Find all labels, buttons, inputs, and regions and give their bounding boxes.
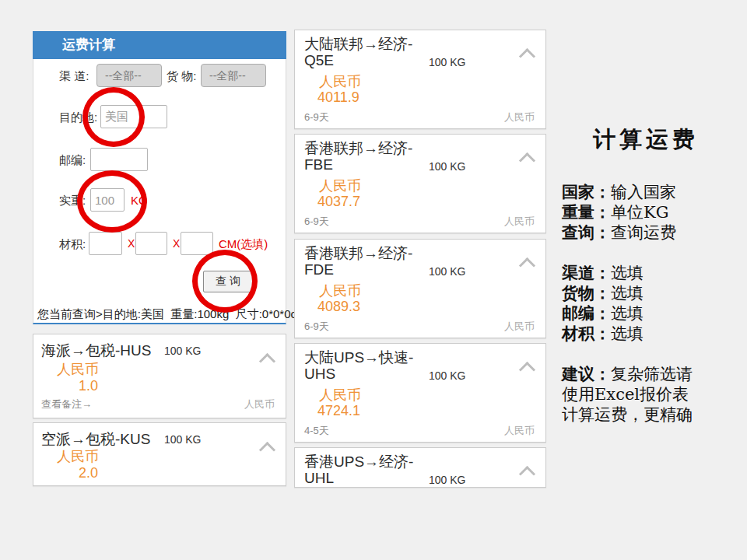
optional-instructions: 渠道：选填 货物：选填 邮编：选填 材积：选填: [562, 263, 730, 344]
volume-length-input[interactable]: [89, 232, 122, 255]
annotation-circle-destination: [82, 87, 145, 147]
delivery-time: 6-9天: [304, 320, 329, 334]
instruction-line: 使用Excel报价表: [562, 384, 730, 404]
instruction-line: 邮编：选填: [562, 303, 730, 324]
instruction-text: 选填: [611, 284, 644, 303]
result-card[interactable]: 香港联邦→经济- FBE 100 KG 人民币 4037.7 6-9天 人民币: [294, 134, 546, 233]
query-status-bar: 您当前查询>目的地:美国 重量:100kg 尺寸:0*0*0cm: [33, 303, 286, 324]
chevron-up-icon[interactable]: [259, 442, 275, 458]
price-value: 2.0: [79, 465, 98, 481]
price-value: 4011.9: [317, 89, 359, 106]
channel-select[interactable]: --全部--: [96, 64, 162, 87]
instruction-line: 国家：输入国家: [562, 182, 730, 202]
instruction-label: 邮编：: [562, 303, 611, 323]
result-card[interactable]: 空派→包税-KUS 100 KG 人民币 2.0: [33, 422, 286, 486]
chevron-up-icon[interactable]: [259, 353, 275, 369]
price-value: 4037.7: [317, 194, 360, 210]
zip-input[interactable]: [90, 148, 148, 171]
volume-label: 材积:: [59, 237, 86, 252]
currency-footer: 人民币: [504, 110, 535, 124]
instruction-label: 国家：: [562, 182, 611, 201]
goods-select[interactable]: --全部--: [201, 64, 266, 87]
delivery-time: 4-5天: [304, 424, 329, 438]
currency-label: 人民币: [319, 177, 361, 195]
chevron-up-icon[interactable]: [519, 152, 535, 169]
instruction-text: 复杂筛选请: [611, 365, 693, 383]
currency-label: 人民币: [319, 282, 361, 300]
annotation-circle-query: [192, 250, 258, 313]
suggestion-block: 建议：复杂筛选请 使用Excel报价表 计算运费，更精确: [562, 364, 730, 425]
chevron-up-icon[interactable]: [519, 257, 535, 274]
route-title-line2: FDE: [304, 261, 334, 278]
price-value: 4089.3: [317, 299, 360, 315]
form-panel-title: 运费计算: [33, 31, 286, 59]
multiply-sign: X: [173, 237, 180, 250]
currency-label: 人民币: [319, 386, 361, 404]
price-value: 1.0: [79, 378, 98, 394]
instruction-line: 建议：复杂筛选请: [562, 364, 730, 384]
price-value: 4724.1: [317, 403, 360, 419]
view-notes-link[interactable]: 查看备注→: [41, 397, 92, 411]
instruction-line: 渠道：选填: [562, 263, 730, 283]
weight-value: 100 KG: [429, 160, 465, 173]
instruction-label: 重量：: [562, 202, 611, 222]
multiply-sign: X: [128, 237, 135, 250]
instruction-line: 计算运费，更精确: [562, 404, 730, 425]
instruction-label: 渠道：: [562, 263, 611, 282]
instruction-text: 输入国家: [611, 183, 676, 201]
weight-value: 100 KG: [429, 56, 465, 68]
result-card[interactable]: 大陆UPS→快速- UHS 100 KG 人民币 4724.1 4-5天 人民币: [294, 343, 546, 443]
instruction-text: 使用Excel报价表: [562, 385, 689, 404]
currency-footer: 人民币: [244, 397, 275, 411]
currency-footer: 人民币: [504, 320, 535, 334]
delivery-time: 6-9天: [304, 110, 329, 124]
chevron-up-icon[interactable]: [519, 48, 535, 65]
instructions-title: 计算运费: [562, 124, 730, 156]
instructions-panel: 计算运费 国家：输入国家 重量：单位KG 查询：查询运费 渠道：选填 货物：选填…: [562, 124, 730, 445]
result-card[interactable]: 大陆联邦→经济- Q5E 100 KG 人民币 4011.9 6-9天 人民币: [294, 30, 546, 129]
instruction-line: 重量：单位KG: [562, 202, 730, 222]
chevron-up-icon[interactable]: [519, 466, 535, 482]
volume-height-input[interactable]: [181, 232, 213, 255]
instruction-text: 查询运费: [611, 223, 676, 242]
usage-instructions: 国家：输入国家 重量：单位KG 查询：查询运费: [562, 182, 730, 243]
route-title-line2: Q5E: [304, 52, 334, 69]
annotation-circle-weight: [77, 170, 147, 233]
weight-value: 100 KG: [164, 345, 201, 357]
freight-calculator-screen: 运费计算 渠 道: --全部-- 货 物: --全部-- 目的地: 邮编: 实重…: [0, 0, 747, 560]
instruction-text: 单位KG: [611, 203, 668, 222]
weight-value: 100 KG: [429, 265, 465, 278]
instruction-line: 货物：选填: [562, 283, 730, 303]
route-title-line2: UHL: [304, 470, 334, 487]
currency-label: 人民币: [57, 447, 99, 466]
weight-value: 100 KG: [164, 433, 201, 446]
route-title-line2: UHS: [304, 366, 335, 383]
weight-value: 100 KG: [429, 369, 465, 382]
route-title: 海派→包税-HUS: [41, 341, 151, 361]
chevron-up-icon[interactable]: [519, 362, 535, 378]
result-card[interactable]: 香港联邦→经济- FDE 100 KG 人民币 4089.3 6-9天 人民币: [294, 239, 546, 338]
instruction-label: 货物：: [562, 283, 611, 303]
instruction-label: 建议：: [562, 364, 611, 383]
instruction-text: 选填: [611, 264, 644, 282]
instruction-line: 材积：选填: [562, 324, 730, 344]
currency-label: 人民币: [319, 72, 361, 91]
result-card[interactable]: 香港UPS→经济- UHL 100 KG: [294, 447, 546, 488]
instruction-label: 查询：: [562, 222, 611, 242]
zip-label: 邮编:: [59, 153, 86, 168]
channel-label: 渠 道:: [59, 69, 89, 84]
weight-value: 100 KG: [429, 474, 465, 486]
currency-footer: 人民币: [504, 424, 535, 438]
route-title-line2: FBE: [304, 156, 333, 173]
volume-width-input[interactable]: [135, 232, 167, 255]
result-card[interactable]: 海派→包税-HUS 100 KG 人民币 1.0 查看备注→ 人民币: [33, 334, 286, 418]
instruction-line: 查询：查询运费: [562, 222, 730, 243]
instruction-text: 计算运费，更精确: [562, 405, 693, 424]
currency-footer: 人民币: [504, 215, 535, 229]
instruction-text: 选填: [611, 304, 644, 323]
delivery-time: 6-9天: [304, 215, 329, 229]
currency-label: 人民币: [57, 360, 99, 379]
instruction-label: 材积：: [562, 324, 611, 343]
goods-label: 货 物:: [167, 69, 196, 84]
instruction-text: 选填: [611, 324, 644, 343]
